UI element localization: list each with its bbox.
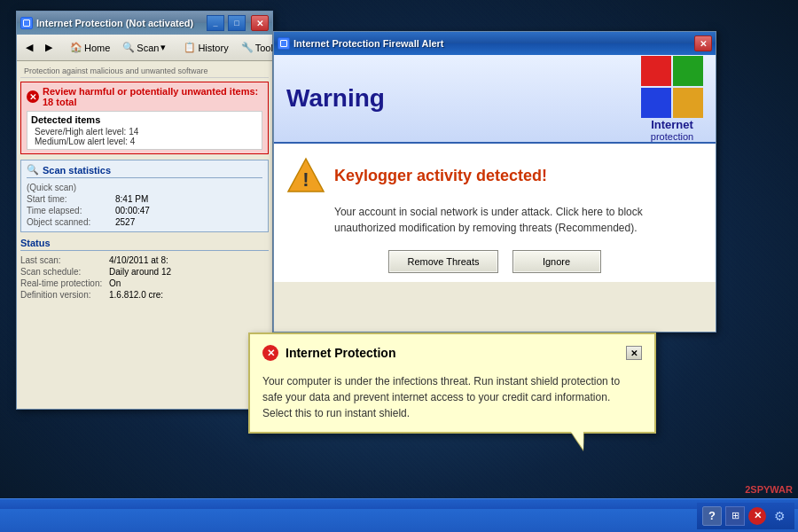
logo-text-internet: Internet (651, 118, 693, 131)
firewall-message-text: Your account in social network is under … (334, 204, 703, 236)
windows-logo (641, 56, 703, 118)
detected-items-box: Detected items Severe/High alert level: … (27, 111, 262, 150)
scan-section-icon: 🔍 (27, 164, 39, 176)
scan-elapsed-row: Time elapsed: 00:00:47 (27, 205, 262, 216)
toolbar-home[interactable]: 🏠 Home (65, 39, 115, 56)
internet-protection-popup: ✕ Internet Protection ✕ Your computer is… (248, 332, 656, 434)
watermark-suffix: SPYWAR (750, 484, 793, 495)
logo-quadrant-blue (641, 88, 671, 118)
main-antivirus-window: Internet Protection (Not activated) _ □ … (16, 11, 273, 410)
internet-protection-logo: Internet protection (641, 56, 703, 142)
scan-icon: 🔍 (122, 42, 135, 53)
system-tray: ? ⊞ ✕ ⚙ (697, 503, 794, 529)
scan-type-label: (Quick scan) (27, 183, 115, 192)
firewall-header-area: Warning Internet protection (274, 55, 716, 144)
status-lastscan-label: Last scan: (20, 255, 109, 265)
tooltip-error-icon: ✕ (262, 345, 278, 361)
scan-section-header: 🔍 Scan statistics (27, 164, 262, 178)
keylogger-alert-title: ! Keylogger activity detected! (286, 156, 703, 195)
svg-text:!: ! (302, 168, 309, 191)
status-schedule-value: Daily around 12 (109, 267, 171, 277)
status-schedule-label: Scan schedule: (20, 267, 109, 277)
taskbar: ? ⊞ ✕ ⚙ (0, 498, 798, 532)
toolbar-forward[interactable]: ▶ (40, 39, 58, 56)
firewall-titlebar: Internet Protection Firewall Alert ✕ (274, 32, 716, 55)
scan-elapsed-label: Time elapsed: (27, 206, 115, 215)
tray-icon-help[interactable]: ? (702, 506, 722, 526)
tray-icon-connection[interactable]: ⊞ (725, 506, 745, 526)
firewall-window-close[interactable]: ✕ (694, 35, 712, 51)
tooltip-title: Internet Protection (286, 346, 395, 360)
status-protection-value: On (109, 278, 121, 288)
scan-type-row: (Quick scan) (27, 182, 262, 193)
scan-objects-label: Object scanned: (27, 217, 115, 227)
main-window-maximize[interactable]: □ (228, 15, 246, 31)
status-definition-value: 1.6.812.0 cre: (109, 290, 163, 300)
watermark: 2SPYWAR (745, 484, 793, 495)
main-content-area: Protection against malicious and unwante… (17, 61, 272, 304)
detected-item-2: Medium/Low alert level: 4 (31, 137, 258, 146)
firewall-window-icon (278, 37, 290, 50)
alert-text: Review harmful or potentially unwanted i… (43, 86, 262, 107)
scan-start-label: Start time: (27, 194, 115, 204)
status-lastscan-row: Last scan: 4/10/2011 at 8: (20, 254, 269, 266)
scan-start-row: Start time: 8:41 PM (27, 193, 262, 205)
warning-triangle-icon: ! (286, 156, 325, 195)
tooltip-close-button[interactable]: ✕ (626, 346, 642, 360)
logo-quadrant-red (641, 56, 671, 86)
firewall-window-title: Internet Protection Firewall Alert (293, 38, 689, 49)
alert-box: ✕ Review harmful or potentially unwanted… (20, 82, 269, 154)
tray-icon-alert[interactable]: ✕ (748, 507, 766, 525)
toolbar-scan[interactable]: 🔍 Scan ▾ (117, 39, 171, 56)
firewall-alert-window: Internet Protection Firewall Alert ✕ War… (273, 31, 716, 332)
status-definition-label: Definition version: (20, 290, 109, 300)
ignore-button[interactable]: Ignore (512, 250, 601, 273)
main-subtitle: Protection against malicious and unwante… (20, 65, 269, 78)
toolbar-history[interactable]: 📋 History (178, 39, 233, 56)
scan-statistics-section: 🔍 Scan statistics (Quick scan) Start tim… (20, 160, 269, 232)
status-protection-label: Real-time protection: (20, 278, 109, 288)
history-icon: 📋 (184, 42, 196, 53)
status-section: Status Last scan: 4/10/2011 at 8: Scan s… (20, 238, 269, 301)
scan-elapsed-value: 00:00:47 (115, 206, 150, 215)
main-toolbar: ◀ ▶ 🏠 Home 🔍 Scan ▾ 📋 History 🔧 Tools ? (17, 35, 272, 61)
scan-objects-value: 2527 (115, 217, 135, 227)
main-window-close[interactable]: ✕ (251, 15, 269, 31)
detected-title: Detected items (31, 114, 258, 125)
status-section-title: Status (20, 238, 269, 251)
home-icon: 🏠 (70, 42, 82, 53)
remove-threats-button[interactable]: Remove Threats (388, 250, 497, 273)
firewall-button-group: Remove Threats Ignore (286, 250, 703, 273)
alert-icon: ✕ (27, 90, 39, 103)
tooltip-header: ✕ Internet Protection ✕ (262, 345, 642, 364)
status-lastscan-value: 4/10/2011 at 8: (109, 255, 168, 265)
detected-item-1: Severe/High alert level: 14 (31, 127, 258, 137)
status-definition-row: Definition version: 1.6.812.0 cre: (20, 289, 269, 301)
logo-text-protection: protection (651, 131, 693, 142)
tools-icon: 🔧 (241, 42, 254, 53)
tooltip-tail (571, 432, 583, 450)
main-window-icon (20, 17, 33, 29)
tray-icon-settings[interactable]: ⚙ (770, 506, 789, 526)
toolbar-back[interactable]: ◀ (20, 39, 38, 56)
main-window-minimize[interactable]: _ (207, 15, 224, 31)
scan-objects-row: Object scanned: 2527 (27, 216, 262, 228)
main-window-title: Internet Protection (Not activated) (36, 18, 203, 28)
alert-header: ✕ Review harmful or potentially unwanted… (27, 86, 262, 107)
firewall-body: ! Keylogger activity detected! Your acco… (274, 144, 716, 282)
scan-start-value: 8:41 PM (115, 194, 148, 204)
tooltip-body-text: Your computer is under the infections th… (262, 373, 642, 421)
status-protection-row: Real-time protection: On (20, 278, 269, 289)
status-schedule-row: Scan schedule: Daily around 12 (20, 266, 269, 278)
scan-dropdown-icon: ▾ (160, 42, 166, 53)
logo-quadrant-green (673, 56, 703, 86)
logo-quadrant-yellow (673, 88, 703, 118)
main-window-titlebar: Internet Protection (Not activated) _ □ … (17, 12, 272, 35)
warning-label: Warning (286, 84, 385, 113)
